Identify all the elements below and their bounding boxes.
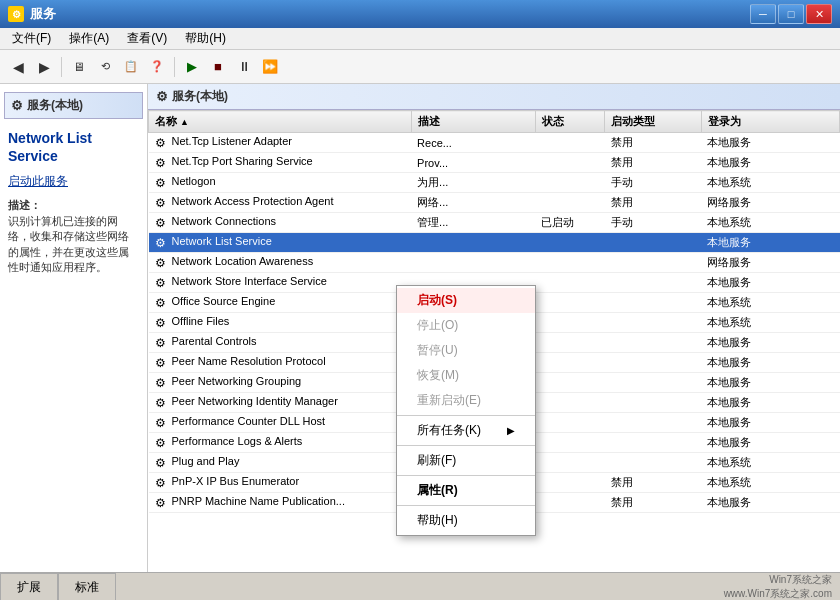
- service-login-cell: 本地服务: [701, 373, 839, 393]
- table-row[interactable]: ⚙Net.Tcp Port Sharing ServiceProv...禁用本地…: [149, 153, 840, 173]
- service-desc-cell: Prov...: [411, 153, 535, 173]
- service-gear-icon: ⚙: [155, 476, 169, 490]
- service-status-cell: [535, 473, 604, 493]
- service-gear-icon: ⚙: [155, 276, 169, 290]
- col-header-login[interactable]: 登录为: [701, 111, 839, 133]
- col-header-status[interactable]: 状态: [535, 111, 604, 133]
- service-desc-cell: 为用...: [411, 173, 535, 193]
- service-startup-cell: [605, 373, 702, 393]
- context-menu-item[interactable]: 重新启动(E): [397, 388, 535, 413]
- table-row[interactable]: ⚙Network Location Awareness网络服务: [149, 253, 840, 273]
- main-layout: ⚙ 服务(本地) Network List Service 启动此服务 描述： …: [0, 84, 840, 572]
- service-gear-icon: ⚙: [155, 336, 169, 350]
- service-gear-icon: ⚙: [155, 136, 169, 150]
- start-service-link[interactable]: 启动此服务: [8, 174, 68, 188]
- sidebar-link[interactable]: 启动此服务: [8, 173, 139, 190]
- refresh-button[interactable]: ⟲: [93, 55, 117, 79]
- table-row[interactable]: ⚙Network Access Protection Agent网络...禁用网…: [149, 193, 840, 213]
- context-menu-item[interactable]: 恢复(M): [397, 363, 535, 388]
- stop-button[interactable]: ■: [206, 55, 230, 79]
- minimize-button[interactable]: ─: [750, 4, 776, 24]
- service-name-text: Net.Tcp Port Sharing Service: [172, 155, 313, 167]
- sidebar-service-title: Network List Service: [8, 129, 139, 165]
- maximize-button[interactable]: □: [778, 4, 804, 24]
- up-button[interactable]: 🖥: [67, 55, 91, 79]
- menu-help[interactable]: 帮助(H): [177, 28, 234, 49]
- service-status-cell: [535, 253, 604, 273]
- right-header-label: 服务(本地): [172, 88, 228, 105]
- menu-view[interactable]: 查看(V): [119, 28, 175, 49]
- service-startup-cell: 手动: [605, 213, 702, 233]
- right-header-gear-icon: ⚙: [156, 89, 168, 104]
- sort-arrow: ▲: [180, 117, 189, 127]
- restart-button[interactable]: ⏩: [258, 55, 282, 79]
- pause-button[interactable]: ⏸: [232, 55, 256, 79]
- service-name-text: Performance Counter DLL Host: [172, 415, 326, 427]
- context-menu-item[interactable]: 停止(O): [397, 313, 535, 338]
- table-row[interactable]: ⚙Network List Service本地服务: [149, 233, 840, 253]
- col-header-desc[interactable]: 描述: [411, 111, 535, 133]
- service-startup-cell: 禁用: [605, 493, 702, 513]
- context-menu-item[interactable]: 暂停(U): [397, 338, 535, 363]
- service-desc-cell: [411, 253, 535, 273]
- menu-action[interactable]: 操作(A): [61, 28, 117, 49]
- tab-standard[interactable]: 标准: [58, 573, 116, 600]
- services-table: 名称 ▲ 描述 状态 启动类型 登录为 ⚙Net.Tcp Listener Ad…: [148, 110, 840, 572]
- service-name-cell: ⚙Network Store Interface Service: [149, 273, 412, 293]
- service-name-text: Parental Controls: [172, 335, 257, 347]
- context-menu-item[interactable]: 属性(R): [397, 478, 535, 503]
- col-header-name[interactable]: 名称 ▲: [149, 111, 412, 133]
- play-button[interactable]: ▶: [180, 55, 204, 79]
- service-name-text: Network Access Protection Agent: [172, 195, 334, 207]
- service-login-cell: 本地服务: [701, 393, 839, 413]
- service-status-cell: [535, 193, 604, 213]
- table-row[interactable]: ⚙Net.Tcp Listener AdapterRece...禁用本地服务: [149, 133, 840, 153]
- service-name-cell: ⚙Network List Service: [149, 233, 412, 253]
- service-name-cell: ⚙Net.Tcp Listener Adapter: [149, 133, 412, 153]
- table-row[interactable]: ⚙Netlogon为用...手动本地系统: [149, 173, 840, 193]
- context-menu-item[interactable]: 所有任务(K)▶: [397, 418, 535, 443]
- export-button[interactable]: 📋: [119, 55, 143, 79]
- service-status-cell: [535, 453, 604, 473]
- service-status-cell: [535, 173, 604, 193]
- service-startup-cell: 禁用: [605, 473, 702, 493]
- title-bar-left: ⚙ 服务: [8, 5, 56, 23]
- service-startup-cell: 禁用: [605, 133, 702, 153]
- service-name-text: Office Source Engine: [172, 295, 276, 307]
- service-name-cell: ⚙Netlogon: [149, 173, 412, 193]
- service-name-text: Network Store Interface Service: [172, 275, 327, 287]
- service-name-text: Net.Tcp Listener Adapter: [172, 135, 292, 147]
- service-status-cell: [535, 393, 604, 413]
- service-startup-cell: [605, 333, 702, 353]
- service-name-cell: ⚙Network Location Awareness: [149, 253, 412, 273]
- table-row[interactable]: ⚙Network Connections管理...已启动手动本地系统: [149, 213, 840, 233]
- context-menu-item[interactable]: 帮助(H): [397, 508, 535, 533]
- forward-button[interactable]: ▶: [32, 55, 56, 79]
- service-name-cell: ⚙Plug and Play: [149, 453, 412, 473]
- service-gear-icon: ⚙: [155, 236, 169, 250]
- service-login-cell: 本地服务: [701, 413, 839, 433]
- sidebar-content: Network List Service 启动此服务 描述： 识别计算机已连接的…: [4, 125, 143, 279]
- service-startup-cell: [605, 433, 702, 453]
- watermark: Win7系统之家 www.Win7系统之家.com: [724, 573, 832, 601]
- context-menu-item[interactable]: 刷新(F): [397, 448, 535, 473]
- back-button[interactable]: ◀: [6, 55, 30, 79]
- service-name-cell: ⚙Performance Logs & Alerts: [149, 433, 412, 453]
- context-menu-item-label: 属性(R): [417, 482, 458, 499]
- service-name-text: Peer Name Resolution Protocol: [172, 355, 326, 367]
- context-menu-item-label: 所有任务(K): [417, 422, 481, 439]
- col-header-startup[interactable]: 启动类型: [605, 111, 702, 133]
- menu-file[interactable]: 文件(F): [4, 28, 59, 49]
- service-name-cell: ⚙Performance Counter DLL Host: [149, 413, 412, 433]
- service-gear-icon: ⚙: [155, 356, 169, 370]
- service-startup-cell: [605, 393, 702, 413]
- service-name-text: Network Connections: [172, 215, 277, 227]
- tab-expand[interactable]: 扩展: [0, 573, 58, 600]
- context-menu-item-label: 恢复(M): [417, 367, 459, 384]
- service-name-text: Network Location Awareness: [172, 255, 314, 267]
- service-login-cell: 本地系统: [701, 173, 839, 193]
- context-menu: 启动(S)停止(O)暂停(U)恢复(M)重新启动(E)所有任务(K)▶刷新(F)…: [396, 285, 536, 536]
- context-menu-item[interactable]: 启动(S): [397, 288, 535, 313]
- close-button[interactable]: ✕: [806, 4, 832, 24]
- help-button[interactable]: ❓: [145, 55, 169, 79]
